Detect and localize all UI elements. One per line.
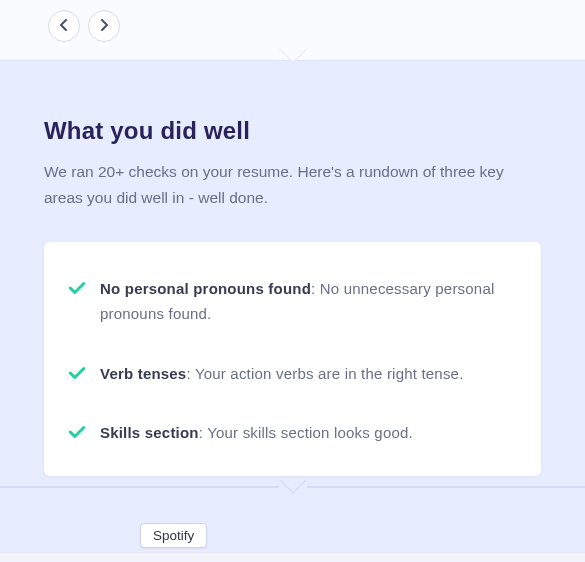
check-item: Skills section: Your skills section look… <box>68 410 517 456</box>
check-text: No personal pronouns found: No unnecessa… <box>100 276 517 327</box>
check-icon <box>68 364 86 382</box>
checks-card: No personal pronouns found: No unnecessa… <box>44 242 541 476</box>
bottom-divider <box>0 480 585 494</box>
tooltip-label: Spotify <box>153 528 194 543</box>
chevron-right-icon <box>100 18 108 34</box>
tooltip: Spotify <box>140 523 207 548</box>
check-icon <box>68 423 86 441</box>
panel-notch-icon <box>281 49 305 73</box>
what-you-did-well-panel: What you did well We ran 20+ checks on y… <box>0 60 585 562</box>
check-title: No personal pronouns found <box>100 280 311 297</box>
viewport: What you did well We ran 20+ checks on y… <box>0 0 585 562</box>
bottom-strip <box>0 552 585 562</box>
section-title: What you did well <box>44 117 541 145</box>
check-title: Verb tenses <box>100 365 186 382</box>
prev-button[interactable] <box>48 10 80 42</box>
section-subtitle: We ran 20+ checks on your resume. Here's… <box>44 159 541 212</box>
check-title: Skills section <box>100 424 199 441</box>
chevron-left-icon <box>60 18 68 34</box>
next-button[interactable] <box>88 10 120 42</box>
check-icon <box>68 279 86 297</box>
nav-arrows <box>48 10 120 42</box>
check-item: Verb tenses: Your action verbs are in th… <box>68 351 517 397</box>
check-desc: : Your skills section looks good. <box>199 424 413 441</box>
check-desc: : Your action verbs are in the right ten… <box>186 365 463 382</box>
section-content: What you did well We ran 20+ checks on y… <box>0 61 585 476</box>
check-text: Skills section: Your skills section look… <box>100 420 413 446</box>
check-item: No personal pronouns found: No unnecessa… <box>68 266 517 337</box>
check-text: Verb tenses: Your action verbs are in th… <box>100 361 464 387</box>
